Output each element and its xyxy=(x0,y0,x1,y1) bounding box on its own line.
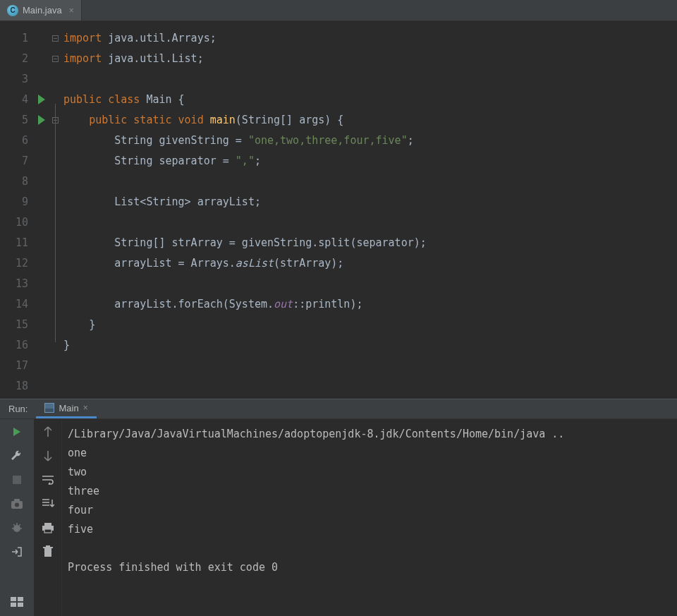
svg-rect-3 xyxy=(14,499,20,502)
run-config-name: Main xyxy=(59,403,78,413)
camera-icon[interactable] xyxy=(10,497,24,511)
code-line[interactable]: public class Main { xyxy=(63,90,677,110)
code-line[interactable]: String givenString = "one,two,three,four… xyxy=(63,131,677,151)
run-actions-secondary xyxy=(34,419,62,616)
arrow-down-icon[interactable] xyxy=(41,449,55,463)
scroll-to-end-icon[interactable] xyxy=(41,497,55,511)
code-area[interactable]: import java.util.Arrays;import java.util… xyxy=(61,28,677,399)
arrow-up-icon[interactable] xyxy=(41,425,55,439)
code-line[interactable]: } xyxy=(63,315,677,335)
run-panel-header: Run: Main × xyxy=(0,399,677,418)
run-gutter-icon[interactable] xyxy=(38,95,45,104)
svg-line-10 xyxy=(19,524,20,526)
code-line[interactable]: String separator = ","; xyxy=(63,151,677,171)
editor-tab-main-java[interactable]: C Main.java × xyxy=(0,0,82,20)
tab-filename: Main.java xyxy=(23,5,62,16)
svg-rect-18 xyxy=(44,548,51,557)
svg-rect-13 xyxy=(11,603,16,607)
fold-toggle-icon[interactable] xyxy=(52,56,59,62)
svg-rect-19 xyxy=(43,547,53,548)
svg-rect-12 xyxy=(18,597,23,601)
code-line[interactable]: public static void main(String[] args) { xyxy=(63,110,677,131)
run-gutter-icon[interactable] xyxy=(38,115,45,125)
run-actions-primary xyxy=(0,419,34,616)
java-class-icon: C xyxy=(7,5,18,16)
line-number: 5 xyxy=(0,110,51,131)
wrench-icon[interactable] xyxy=(10,449,24,463)
line-number: 18 xyxy=(0,376,51,397)
run-config-icon xyxy=(44,403,54,413)
svg-point-4 xyxy=(15,503,19,507)
line-number: 10 xyxy=(0,212,51,233)
code-line[interactable]: arrayList.forEach(System.out::println); xyxy=(63,294,677,315)
svg-rect-20 xyxy=(46,545,50,547)
soft-wrap-icon[interactable] xyxy=(41,473,55,487)
line-number: 8 xyxy=(0,171,51,192)
code-line[interactable]: List<String> arrayList; xyxy=(63,192,677,212)
console-output[interactable]: /Library/Java/JavaVirtualMachines/adopto… xyxy=(62,419,677,616)
exit-icon[interactable] xyxy=(10,545,24,559)
fold-toggle-icon[interactable] xyxy=(52,35,59,42)
line-number: 6 xyxy=(0,131,51,151)
line-number: 4 xyxy=(0,90,51,110)
svg-rect-14 xyxy=(18,603,23,607)
code-line[interactable] xyxy=(63,274,677,294)
line-number: 17 xyxy=(0,356,51,376)
code-line[interactable]: import java.util.List; xyxy=(63,49,677,69)
line-number: 12 xyxy=(0,253,51,274)
code-line[interactable] xyxy=(63,376,677,397)
code-line[interactable]: arrayList = Arrays.asList(strArray); xyxy=(63,253,677,274)
code-editor[interactable]: 123456789101112131415161718 import java.… xyxy=(0,21,677,399)
svg-rect-15 xyxy=(44,523,51,526)
line-number: 16 xyxy=(0,335,51,356)
run-panel: /Library/Java/JavaVirtualMachines/adopto… xyxy=(0,418,677,616)
code-line[interactable] xyxy=(63,212,677,233)
rerun-icon[interactable] xyxy=(10,425,24,439)
svg-line-9 xyxy=(13,524,15,526)
line-number: 2 xyxy=(0,49,51,69)
trash-icon[interactable] xyxy=(41,545,55,559)
line-number: 11 xyxy=(0,233,51,253)
line-number: 3 xyxy=(0,69,51,90)
close-icon[interactable]: × xyxy=(69,6,74,16)
debug-bug-icon[interactable] xyxy=(10,521,24,535)
editor-tab-bar: C Main.java × xyxy=(0,0,677,21)
run-config-tab[interactable]: Main × xyxy=(36,399,96,418)
line-number: 9 xyxy=(0,192,51,212)
line-number-gutter: 123456789101112131415161718 xyxy=(0,28,51,399)
svg-rect-1 xyxy=(13,476,21,484)
code-line[interactable]: String[] strArray = givenString.split(se… xyxy=(63,233,677,253)
line-number: 1 xyxy=(0,28,51,49)
close-icon[interactable]: × xyxy=(83,403,88,413)
svg-rect-17 xyxy=(44,529,51,533)
code-line[interactable]: import java.util.Arrays; xyxy=(63,28,677,49)
code-line[interactable]: } xyxy=(63,335,677,356)
line-number: 15 xyxy=(0,315,51,335)
run-label: Run: xyxy=(0,404,36,414)
code-line[interactable] xyxy=(63,171,677,192)
code-line[interactable] xyxy=(63,69,677,90)
fold-column xyxy=(51,28,61,399)
print-icon[interactable] xyxy=(41,521,55,535)
line-number: 7 xyxy=(0,151,51,171)
line-number: 13 xyxy=(0,274,51,294)
layout-icon[interactable] xyxy=(10,595,24,609)
code-line[interactable] xyxy=(63,356,677,376)
line-number: 14 xyxy=(0,294,51,315)
svg-rect-11 xyxy=(11,597,16,601)
stop-icon[interactable] xyxy=(10,473,24,487)
svg-marker-0 xyxy=(13,428,20,436)
